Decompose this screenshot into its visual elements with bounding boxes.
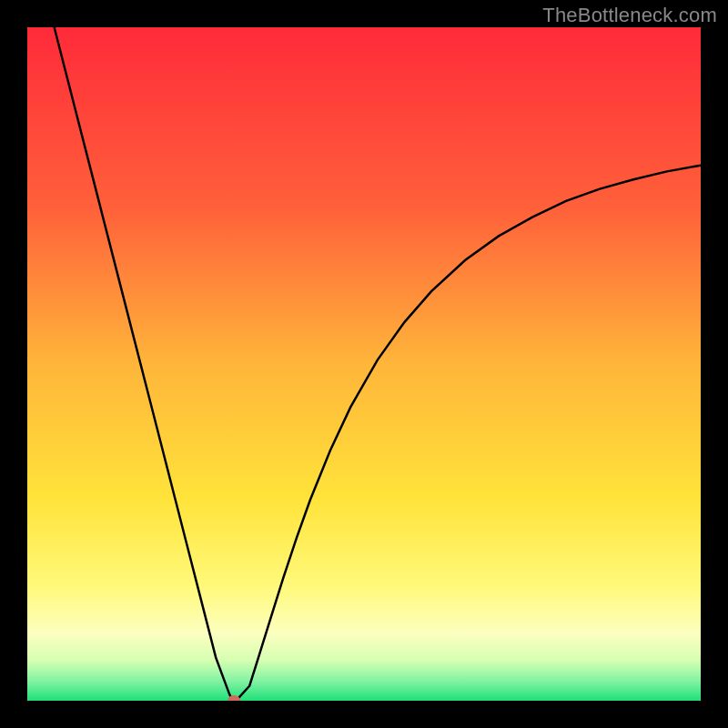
bottleneck-chart	[0, 0, 728, 728]
chart-container: { "watermark": "TheBottleneck.com", "cha…	[0, 0, 728, 728]
watermark-text: TheBottleneck.com	[542, 4, 717, 27]
gradient-background	[27, 27, 701, 701]
